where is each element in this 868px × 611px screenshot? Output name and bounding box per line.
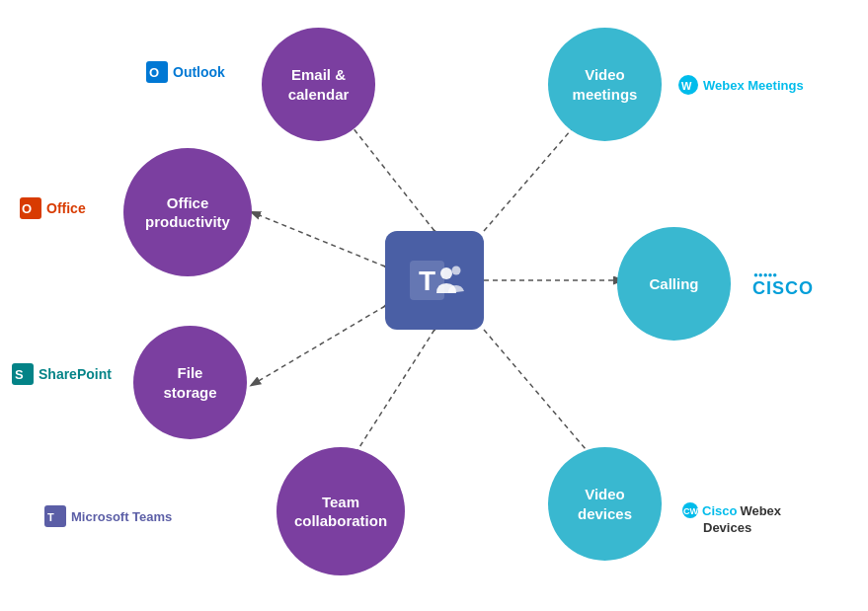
svg-text:CW: CW (683, 506, 698, 516)
svg-text:O: O (149, 65, 159, 80)
svg-point-3 (452, 267, 461, 275)
circle-video-meetings: Videomeetings (548, 28, 662, 141)
teams-icon: T (405, 256, 464, 305)
brand-office: O Office (20, 197, 86, 219)
office-icon: O (20, 197, 41, 219)
circle-calling: Calling (617, 227, 731, 341)
svg-text:T: T (47, 511, 54, 523)
outlook-icon: O (146, 61, 168, 83)
arrow-file (252, 306, 385, 385)
brand-microsoft-teams: T Microsoft Teams (44, 505, 172, 527)
webex-icon: W (677, 74, 699, 96)
diagram: T Email & calendar Officeproductivity Fi… (0, 0, 868, 611)
brand-cisco-webex-devices: CW Cisco Webex Devices (681, 501, 781, 535)
sharepoint-icon: S (12, 363, 34, 385)
cisco-dots: ●●●●● (753, 270, 777, 279)
circle-file-storage: Filestorage (133, 326, 247, 439)
brand-outlook: O Outlook (146, 61, 225, 83)
svg-text:O: O (22, 201, 32, 216)
arrow-team (346, 330, 434, 469)
circle-office-productivity: Officeproductivity (123, 148, 252, 276)
svg-point-2 (440, 267, 452, 279)
brand-webex-meetings: W Webex Meetings (677, 74, 804, 96)
brand-sharepoint: S SharePoint (12, 363, 112, 385)
arrow-video-devices (484, 330, 602, 469)
circle-email-calendar: Email & calendar (262, 28, 375, 141)
arrow-office (252, 212, 385, 267)
teams-brand-icon: T (44, 505, 66, 527)
svg-text:S: S (15, 367, 24, 382)
svg-text:T: T (419, 266, 435, 296)
svg-text:W: W (681, 80, 692, 92)
teams-center-box: T (385, 231, 484, 330)
brand-cisco: CISCO (752, 278, 814, 299)
cisco-webex-icon: CW (681, 501, 699, 519)
circle-team-collaboration: Teamcollaboration (276, 447, 405, 575)
circle-video-devices: Videodevices (548, 447, 662, 561)
